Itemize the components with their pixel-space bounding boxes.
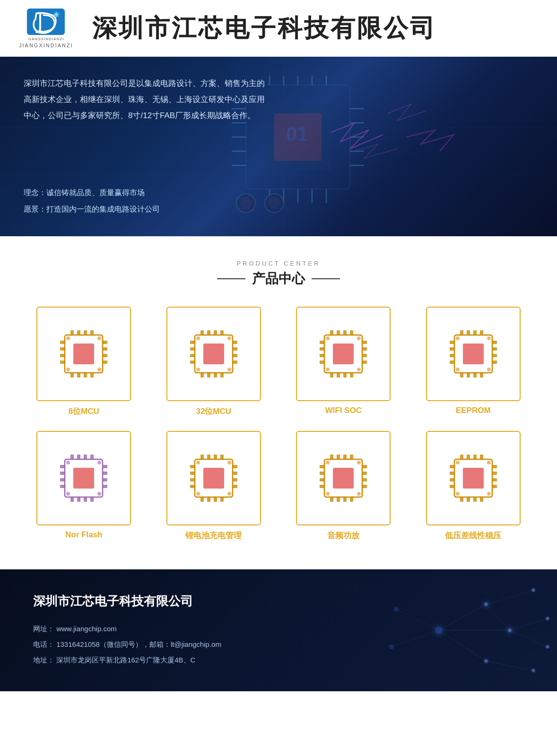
svg-rect-69 <box>233 354 237 357</box>
company-logo: JIANGXINDIANZI <box>27 9 65 42</box>
svg-text:01: 01 <box>286 123 308 145</box>
banner-philosophy: 理念：诚信铸就品质、质量赢得市场 <box>24 184 533 201</box>
svg-point-126 <box>487 368 491 371</box>
svg-rect-52 <box>90 330 94 335</box>
section-header: PRODUCT CENTER 产品中心 <box>28 260 529 288</box>
svg-rect-163 <box>200 497 204 502</box>
product-item-wifisoc[interactable]: WIFI SOC <box>288 307 399 417</box>
footer-address-value: 深圳市龙岗区平新北路162号广隆大厦4B、C <box>56 656 195 664</box>
svg-point-104 <box>357 368 361 371</box>
svg-rect-141 <box>70 497 74 502</box>
chip-box-32mcu <box>166 307 261 401</box>
chip-icon-32mcu <box>181 321 247 387</box>
svg-rect-72 <box>207 330 210 335</box>
chip-box-audio <box>296 431 391 525</box>
svg-rect-93 <box>330 330 333 335</box>
svg-rect-162 <box>220 455 224 459</box>
svg-point-189 <box>326 461 330 464</box>
svg-point-239 <box>508 629 511 632</box>
svg-point-235 <box>430 622 447 639</box>
svg-rect-154 <box>190 485 195 488</box>
svg-rect-143 <box>84 497 87 502</box>
product-item-norflash[interactable]: Nor Flash <box>28 431 139 541</box>
svg-rect-131 <box>60 478 65 481</box>
product-label-ldo: 低压差线性稳压 <box>445 530 501 541</box>
svg-point-191 <box>326 492 330 496</box>
svg-rect-183 <box>343 455 347 459</box>
svg-rect-65 <box>190 354 195 357</box>
svg-rect-196 <box>450 472 454 475</box>
svg-line-222 <box>486 661 533 670</box>
svg-rect-194 <box>463 468 484 489</box>
svg-rect-84 <box>333 344 354 364</box>
svg-rect-119 <box>460 373 463 378</box>
svg-rect-144 <box>90 497 94 502</box>
svg-rect-45 <box>103 341 107 344</box>
product-label-32mcu: 32位MCU <box>196 406 231 417</box>
company-title: 深圳市江芯电子科技有限公司 <box>92 12 436 45</box>
product-item-eeprom[interactable]: EEPROM <box>418 307 529 417</box>
svg-rect-166 <box>220 497 224 502</box>
banner-description: 深圳市江芯电子科技有限公司是以集成电路设计、方案、销售为主的高新技术企业，相继在… <box>24 76 270 124</box>
svg-rect-161 <box>214 455 217 459</box>
chip-box-eeprom <box>426 307 521 401</box>
svg-rect-73 <box>214 330 217 335</box>
product-section: PRODUCT CENTER 产品中心 <box>0 236 557 569</box>
svg-point-211 <box>456 461 460 464</box>
product-item-ldo[interactable]: 低压差线性稳压 <box>418 431 529 541</box>
svg-rect-185 <box>330 497 333 502</box>
svg-rect-107 <box>450 341 454 344</box>
footer-website-label: 网址： <box>33 625 54 633</box>
svg-rect-71 <box>200 330 204 335</box>
svg-point-82 <box>227 368 231 371</box>
svg-rect-159 <box>200 455 204 459</box>
svg-point-240 <box>485 660 487 662</box>
product-item-32mcu[interactable]: 32位MCU <box>158 307 270 417</box>
product-label-wifisoc: WIFI SOC <box>325 406 362 415</box>
section-title-line: 产品中心 <box>28 270 529 288</box>
svg-rect-174 <box>320 472 324 475</box>
svg-rect-138 <box>77 455 80 459</box>
svg-rect-150 <box>203 468 224 489</box>
svg-rect-66 <box>190 361 195 364</box>
svg-rect-100 <box>350 373 353 378</box>
product-label-eeprom: EEPROM <box>456 406 491 415</box>
svg-rect-44 <box>60 361 65 364</box>
svg-point-192 <box>357 492 361 496</box>
svg-rect-85 <box>320 341 324 344</box>
chip-icon-wifisoc <box>310 321 376 387</box>
title-line-left <box>217 278 245 279</box>
svg-rect-139 <box>84 455 87 459</box>
svg-rect-51 <box>84 330 87 335</box>
svg-point-102 <box>357 336 361 340</box>
product-item-8mcu[interactable]: 8位MCU <box>28 307 139 417</box>
svg-rect-41 <box>60 341 65 344</box>
svg-point-147 <box>66 492 70 496</box>
svg-rect-133 <box>103 465 107 468</box>
svg-point-234 <box>389 644 394 649</box>
svg-point-148 <box>97 492 101 496</box>
product-item-battery[interactable]: 锂电池充电管理 <box>158 431 270 541</box>
header: JIANGXINDIANZI JIANGXINDIANZI 深圳市江芯电子科技有… <box>0 0 557 57</box>
svg-rect-96 <box>350 330 353 335</box>
svg-rect-175 <box>320 478 324 481</box>
svg-rect-142 <box>77 497 80 502</box>
svg-rect-87 <box>320 354 324 357</box>
product-item-audio[interactable]: 音频功放 <box>288 431 399 541</box>
svg-rect-180 <box>362 485 367 488</box>
svg-rect-111 <box>492 341 497 344</box>
product-grid: 8位MCU <box>28 307 529 541</box>
svg-rect-122 <box>480 373 483 378</box>
chip-icon-battery <box>181 445 247 511</box>
svg-rect-176 <box>320 485 324 488</box>
svg-rect-92 <box>362 361 367 364</box>
svg-rect-108 <box>450 347 454 351</box>
svg-point-103 <box>326 368 330 371</box>
svg-rect-184 <box>350 455 353 459</box>
svg-rect-98 <box>337 373 340 378</box>
footer-phone-label: 电话： <box>33 640 54 648</box>
svg-point-238 <box>485 603 487 606</box>
title-line-right <box>312 278 340 279</box>
footer-website-value: www.jiangchip.com <box>56 625 117 633</box>
svg-rect-121 <box>473 373 477 378</box>
